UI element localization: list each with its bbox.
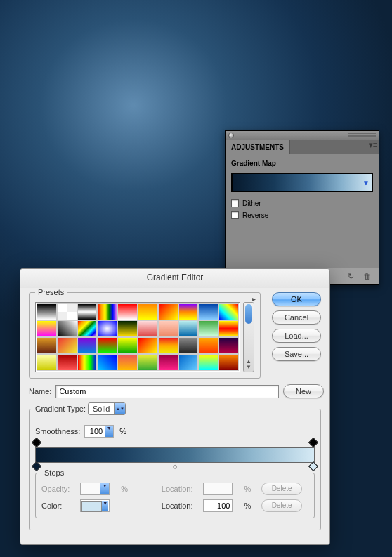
- name-input[interactable]: [55, 385, 279, 398]
- smoothness-input[interactable]: ▼: [84, 425, 114, 438]
- preset-swatch[interactable]: [77, 303, 98, 320]
- opacity-location-label: Location:: [162, 485, 200, 493]
- cancel-button[interactable]: Cancel: [272, 310, 321, 325]
- adjustments-panel: ADJUSTMENTS ▾≡ Gradient Map ▼ Dither Rev…: [225, 130, 379, 285]
- preset-swatch[interactable]: [37, 354, 57, 371]
- preset-swatch[interactable]: [178, 354, 199, 371]
- scrollbar-thumb[interactable]: [245, 304, 252, 324]
- color-swatch-select[interactable]: ▼: [80, 499, 110, 512]
- preset-swatch[interactable]: [97, 320, 117, 337]
- preset-swatch[interactable]: [178, 337, 199, 354]
- color-location-label: Location:: [162, 502, 200, 510]
- preset-swatch[interactable]: [97, 303, 117, 320]
- preset-swatch[interactable]: [138, 354, 158, 371]
- preset-swatch[interactable]: [57, 337, 77, 354]
- tab-adjustments[interactable]: ADJUSTMENTS: [226, 140, 290, 154]
- dither-label: Dither: [242, 199, 261, 207]
- scrollbar-arrows[interactable]: ▲▼: [244, 359, 254, 370]
- preset-swatch[interactable]: [198, 320, 218, 337]
- gradient-bar[interactable]: ◇: [35, 447, 315, 463]
- preset-swatch[interactable]: [138, 320, 158, 337]
- gradient-type-label: Gradient Type:: [35, 405, 86, 413]
- preset-swatch[interactable]: [218, 320, 239, 337]
- preset-swatch[interactable]: [198, 303, 218, 320]
- gradient-map-preview[interactable]: ▼: [231, 173, 373, 192]
- chevron-down-icon[interactable]: ▼: [105, 426, 113, 437]
- opacity-delete-button: Delete: [261, 483, 302, 495]
- name-label: Name:: [29, 387, 51, 395]
- opacity-stop-right[interactable]: [309, 439, 318, 447]
- preset-swatch[interactable]: [138, 303, 158, 320]
- color-location-input[interactable]: [203, 499, 233, 512]
- preset-grid[interactable]: [35, 302, 240, 372]
- gradient-settings-fieldset: Gradient Type: Solid ▲▼ Smoothness: ▼ %: [29, 402, 321, 530]
- panel-drag-bar[interactable]: [226, 131, 379, 140]
- preset-swatch[interactable]: [57, 320, 77, 337]
- smoothness-label: Smoothness:: [35, 427, 80, 435]
- preset-swatch[interactable]: [77, 337, 98, 354]
- preset-swatch[interactable]: [158, 303, 178, 320]
- chevron-down-icon[interactable]: ▼: [102, 501, 108, 511]
- dither-checkbox[interactable]: [231, 199, 239, 207]
- chevron-updown-icon: ▲▼: [114, 403, 125, 414]
- opacity-input: ▼: [80, 483, 110, 495]
- color-swatch[interactable]: [81, 501, 102, 512]
- preset-swatch[interactable]: [117, 303, 138, 320]
- preset-swatch[interactable]: [218, 303, 239, 320]
- reverse-checkbox[interactable]: [231, 211, 239, 219]
- new-button[interactable]: New: [283, 384, 324, 398]
- opacity-location-input: [203, 483, 233, 495]
- preset-swatch[interactable]: [178, 303, 199, 320]
- color-label: Color:: [41, 502, 76, 510]
- save-button[interactable]: Save...: [272, 347, 321, 361]
- preset-swatch[interactable]: [178, 320, 199, 337]
- stops-fieldset: Stops Opacity: ▼ % Location: % Delete Co…: [35, 468, 315, 518]
- gradient-editor-dialog: Gradient Editor OK Cancel Load... Save..…: [20, 268, 330, 545]
- presets-legend: Presets: [35, 288, 67, 296]
- preset-swatch[interactable]: [97, 354, 117, 371]
- gradient-type-select[interactable]: Solid ▲▼: [88, 402, 126, 415]
- reverse-label: Reverse: [242, 211, 268, 219]
- panel-tabs: ADJUSTMENTS ▾≡: [226, 140, 379, 154]
- opacity-label: Opacity:: [41, 485, 76, 493]
- stops-legend: Stops: [41, 468, 67, 477]
- preset-swatch[interactable]: [117, 354, 138, 371]
- preset-swatch[interactable]: [57, 303, 77, 320]
- chevron-down-icon[interactable]: ▼: [362, 179, 370, 187]
- preset-swatch[interactable]: [138, 337, 158, 354]
- preset-swatch[interactable]: [117, 337, 138, 354]
- preset-swatch[interactable]: [117, 320, 138, 337]
- preset-swatch[interactable]: [77, 320, 98, 337]
- close-icon[interactable]: [228, 133, 234, 138]
- preset-swatch[interactable]: [37, 337, 57, 354]
- dialog-title: Gradient Editor: [20, 269, 329, 288]
- preset-swatch[interactable]: [158, 320, 178, 337]
- preset-swatch[interactable]: [37, 320, 57, 337]
- preset-swatch[interactable]: [218, 337, 239, 354]
- cycle-icon[interactable]: ↻: [348, 272, 358, 282]
- preset-swatch[interactable]: [218, 354, 239, 371]
- preset-swatch[interactable]: [158, 337, 178, 354]
- preset-swatch[interactable]: [198, 337, 218, 354]
- preset-swatch[interactable]: [158, 354, 178, 371]
- ok-button[interactable]: OK: [272, 292, 321, 306]
- preset-swatch[interactable]: [97, 337, 117, 354]
- presets-scrollbar[interactable]: ▲▼: [243, 302, 254, 372]
- preset-swatch[interactable]: [198, 354, 218, 371]
- trash-icon[interactable]: 🗑: [363, 272, 373, 282]
- load-button[interactable]: Load...: [272, 329, 321, 343]
- color-delete-button: Delete: [261, 499, 302, 512]
- preset-swatch[interactable]: [57, 354, 77, 371]
- panel-title: Gradient Map: [231, 159, 373, 167]
- opacity-stop-left[interactable]: [32, 439, 41, 447]
- panel-menu-icon[interactable]: ▾≡: [367, 140, 379, 154]
- presets-fieldset: Presets ▸ ▲▼: [29, 288, 261, 379]
- preset-swatch[interactable]: [77, 354, 98, 371]
- dialog-buttons: OK Cancel Load... Save...: [272, 288, 321, 361]
- preset-swatch[interactable]: [37, 303, 57, 320]
